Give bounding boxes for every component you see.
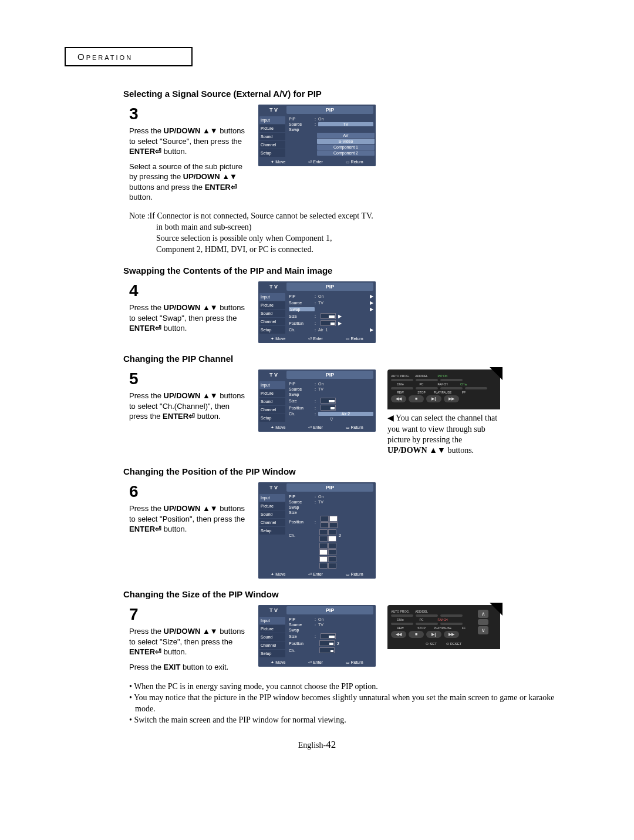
subhead-7: Changing the Size of the PIP Window: [123, 589, 569, 599]
step-number: 6: [129, 482, 247, 501]
step-6: 6 Press the UP/DOWN ▲▼ buttons to select…: [129, 482, 569, 579]
step-4: 4 Press the UP/DOWN ▲▼ buttons to select…: [129, 281, 569, 343]
down-icon: ∨: [478, 626, 488, 634]
step-number: 3: [129, 105, 247, 123]
section-label: Operation: [77, 52, 133, 62]
osd-menu-source: T VPIP Input Picture Sound Channel Setup…: [258, 105, 376, 166]
osd-menu-size: T VPIP Input Picture Sound Channel Setup…: [258, 605, 376, 667]
bullet-notes: • When the PC is in energy saving mode, …: [129, 681, 569, 726]
osd-menu-position: T VPIP Input Picture Sound Channel Setup…: [258, 482, 376, 579]
step-text: Press the UP/DOWN ▲▼ buttons to select "…: [129, 626, 247, 657]
section-box: Operation: [65, 47, 193, 66]
note-block: Note :If Connector is not connected, Sou…: [129, 211, 569, 256]
remote-caption: ◀ You can select the channel that you wa…: [387, 413, 499, 456]
step-3: 3 Press the UP/DOWN ▲▼ buttons to select…: [129, 105, 569, 203]
step-text: Press the UP/DOWN ▲▼ buttons to select "…: [129, 126, 247, 157]
subhead-6: Changing the Position of the PIP Window: [123, 466, 569, 476]
up-icon: ∧: [478, 610, 488, 618]
remote-diagram: AUTO PROG.ADD/DELPIP ON DNIePCFAV.CHCH▲ …: [387, 369, 500, 409]
step-5: 5 Press the UP/DOWN ▲▼ buttons to select…: [129, 369, 569, 456]
subhead-4: Swapping the Contents of the PIP and Mai…: [123, 266, 569, 275]
step-number: 4: [129, 281, 247, 300]
osd-menu-channel: T VPIP Input Picture Sound Channel Setup…: [258, 369, 376, 432]
subhead-5: Changing the PIP Channel: [123, 354, 569, 364]
step-text: Press the UP/DOWN ▲▼ buttons to select "…: [129, 391, 247, 422]
step-text: Press the UP/DOWN ▲▼ buttons to select "…: [129, 503, 247, 535]
remote-diagram-2: ∧ ∨ AUTO PROG.ADD/DEL DNIePCFAV.CH REWST…: [387, 605, 500, 649]
step-number: 5: [129, 369, 247, 388]
step-text: Press the UP/DOWN ▲▼ buttons to select "…: [129, 303, 247, 334]
step-number: 7: [129, 605, 247, 624]
step-text: Select a source of the sub picture by pr…: [129, 162, 247, 203]
page-footer: English-42: [65, 739, 569, 751]
subhead-3: Selecting a Signal Source (External A/V)…: [123, 89, 569, 99]
osd-menu-swap: T VPIP Input Picture Sound Channel Setup…: [258, 281, 376, 343]
step-7: 7 Press the UP/DOWN ▲▼ buttons to select…: [129, 605, 569, 672]
manual-page: Operation Selecting a Signal Source (Ext…: [0, 0, 634, 840]
step-text: Press the EXIT button to exit.: [129, 662, 247, 673]
